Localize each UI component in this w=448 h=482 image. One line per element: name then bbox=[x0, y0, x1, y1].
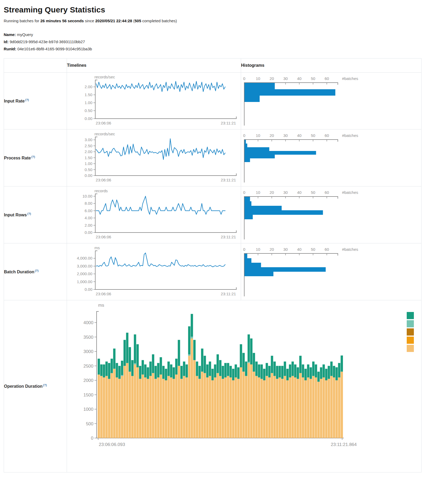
svg-text:2500: 2500 bbox=[83, 364, 93, 369]
svg-text:0: 0 bbox=[91, 436, 93, 441]
svg-text:1,000.00: 1,000.00 bbox=[77, 279, 92, 284]
row-label-cell: Process Rate(?) bbox=[4, 130, 67, 186]
help-icon[interactable]: (?) bbox=[25, 98, 29, 101]
svg-text:3.00: 3.00 bbox=[85, 137, 92, 142]
timeline-chart-svg: records/sec3.002.502.001.501.000.500.002… bbox=[67, 131, 239, 186]
row-label-cell: Batch Duration(?) bbox=[4, 243, 67, 300]
column-header-empty bbox=[4, 59, 67, 73]
svg-text:20: 20 bbox=[270, 133, 274, 138]
column-header-histograms: Histograms bbox=[241, 59, 422, 73]
running-duration: 26 minutes 56 seconds bbox=[40, 19, 84, 23]
table-row-process-rate: Process Rate(?) records/sec3.002.502.001… bbox=[4, 130, 422, 186]
query-runid-value: 04e101e6-8bf8-4165-9099-9104c951ba3b bbox=[17, 47, 92, 51]
legend-swatch bbox=[407, 337, 414, 344]
statistics-table: Timelines Histograms Input Rate(?) recor… bbox=[4, 58, 422, 472]
page-title: Streaming Query Statistics bbox=[4, 5, 446, 14]
input-rate-timeline-chart: records/sec2.001.501.000.500.0023:06:062… bbox=[67, 73, 241, 129]
row-label-cell: Input Rate(?) bbox=[4, 73, 67, 130]
table-header-row: Timelines Histograms bbox=[4, 59, 422, 73]
table-row-input-rows: Input Rows(?) records10.008.006.004.002.… bbox=[4, 186, 422, 243]
svg-text:ms: ms bbox=[94, 246, 100, 250]
histogram-chart-svg: 0102030405060#batches bbox=[241, 74, 422, 129]
batch-duration-histogram-chart: 0102030405060#batches bbox=[241, 244, 421, 300]
svg-text:2,000.00: 2,000.00 bbox=[77, 271, 92, 276]
query-name-line: Name: myQuery bbox=[4, 31, 446, 38]
input-rate-timeline-cell: records/sec2.001.501.000.500.0023:06:062… bbox=[67, 73, 241, 130]
input-rate-histogram-chart: 0102030405060#batches bbox=[241, 73, 421, 129]
input-rate-histogram-cell: 0102030405060#batches bbox=[241, 73, 422, 130]
svg-text:50: 50 bbox=[311, 247, 315, 252]
row-label: Input Rows bbox=[4, 213, 27, 217]
help-icon[interactable]: (?) bbox=[35, 269, 39, 272]
svg-text:8.00: 8.00 bbox=[85, 201, 92, 206]
svg-text:1.50: 1.50 bbox=[85, 92, 92, 97]
query-id-value: 9d0dd219-995d-423e-b97d-36931110bb27 bbox=[10, 39, 85, 44]
table-row-batch-duration: Batch Duration(?) ms4,000.003,000.002,00… bbox=[4, 243, 422, 300]
svg-text:0: 0 bbox=[243, 247, 245, 252]
histogram-chart-svg: 0102030405060#batches bbox=[241, 245, 422, 300]
query-name-value: myQuery bbox=[17, 32, 33, 37]
batch-duration-timeline-chart: ms4,000.003,000.002,000.001,000.000.0023… bbox=[67, 244, 241, 300]
svg-text:1.00: 1.00 bbox=[85, 100, 92, 105]
row-label: Operation Duration bbox=[4, 384, 43, 389]
svg-text:4,000.00: 4,000.00 bbox=[77, 256, 92, 260]
svg-text:23:11:21: 23:11:21 bbox=[221, 292, 236, 296]
svg-text:23:06:06: 23:06:06 bbox=[96, 292, 111, 296]
legend-swatch bbox=[407, 328, 414, 336]
help-icon[interactable]: (?) bbox=[27, 212, 31, 215]
svg-text:30: 30 bbox=[283, 76, 288, 81]
svg-text:23:06:06: 23:06:06 bbox=[96, 178, 111, 182]
streaming-query-statistics-page: Streaming Query Statistics Running batch… bbox=[0, 0, 446, 480]
svg-text:23:11:21: 23:11:21 bbox=[221, 235, 236, 239]
query-runid-label: RunId: bbox=[4, 47, 16, 51]
query-name-label: Name: bbox=[4, 32, 16, 37]
row-label: Batch Duration bbox=[4, 270, 34, 274]
running-prefix: Running batches for bbox=[4, 19, 40, 23]
svg-text:#batches: #batches bbox=[342, 190, 358, 195]
histogram-chart-svg: 0102030405060#batches bbox=[241, 131, 422, 186]
operation-duration-legend bbox=[407, 312, 414, 352]
svg-text:40: 40 bbox=[297, 190, 302, 195]
svg-text:50: 50 bbox=[311, 76, 315, 81]
help-icon[interactable]: (?) bbox=[31, 155, 35, 158]
help-icon[interactable]: (?) bbox=[43, 383, 47, 387]
svg-text:0.00: 0.00 bbox=[85, 173, 92, 178]
svg-text:30: 30 bbox=[283, 190, 288, 195]
svg-text:2.00: 2.00 bbox=[85, 223, 92, 227]
svg-text:23:06:06.093: 23:06:06.093 bbox=[99, 442, 125, 447]
table-row-operation-duration: Operation Duration(?) ms0500100015002000… bbox=[4, 300, 422, 472]
svg-text:40: 40 bbox=[297, 247, 302, 252]
svg-text:3000: 3000 bbox=[83, 349, 93, 354]
column-header-timelines: Timelines bbox=[67, 59, 241, 73]
svg-text:500: 500 bbox=[86, 421, 93, 426]
svg-text:10.00: 10.00 bbox=[82, 194, 92, 198]
svg-text:20: 20 bbox=[270, 76, 274, 81]
running-summary: Running batches for 26 minutes 56 second… bbox=[4, 19, 446, 23]
operation-duration-chart: ms0500100015002000250030003500400023:06:… bbox=[67, 300, 421, 460]
query-id-line: Id: 9d0dd219-995d-423e-b97d-36931110bb27 bbox=[4, 38, 446, 45]
svg-text:#batches: #batches bbox=[342, 247, 358, 252]
svg-text:0.50: 0.50 bbox=[85, 108, 92, 113]
svg-text:1.00: 1.00 bbox=[85, 161, 92, 166]
svg-text:60: 60 bbox=[325, 133, 329, 138]
process-rate-timeline-cell: records/sec3.002.502.001.501.000.500.002… bbox=[67, 130, 241, 186]
legend-swatch bbox=[407, 345, 414, 352]
svg-text:2000: 2000 bbox=[83, 378, 93, 383]
svg-text:3,000.00: 3,000.00 bbox=[77, 264, 92, 268]
svg-text:0.00: 0.00 bbox=[85, 116, 92, 121]
input-rows-timeline-chart: records10.008.006.004.002.000.0023:06:06… bbox=[67, 187, 241, 243]
svg-text:2.50: 2.50 bbox=[85, 144, 92, 148]
svg-text:4.00: 4.00 bbox=[85, 216, 92, 220]
row-label: Input Rate bbox=[4, 99, 25, 103]
svg-text:50: 50 bbox=[311, 133, 315, 138]
completed-batches-count: 505 bbox=[135, 19, 141, 23]
svg-text:20: 20 bbox=[270, 190, 274, 195]
svg-text:23:06:06: 23:06:06 bbox=[96, 121, 111, 125]
histogram-chart-svg: 0102030405060#batches bbox=[241, 188, 422, 243]
query-runid-line: RunId: 04e101e6-8bf8-4165-9099-9104c951b… bbox=[4, 45, 446, 52]
svg-text:records: records bbox=[94, 189, 108, 193]
svg-text:records/sec: records/sec bbox=[94, 75, 115, 79]
svg-text:40: 40 bbox=[297, 76, 302, 81]
running-open-paren: ( bbox=[132, 19, 134, 23]
svg-text:6.00: 6.00 bbox=[85, 208, 92, 213]
